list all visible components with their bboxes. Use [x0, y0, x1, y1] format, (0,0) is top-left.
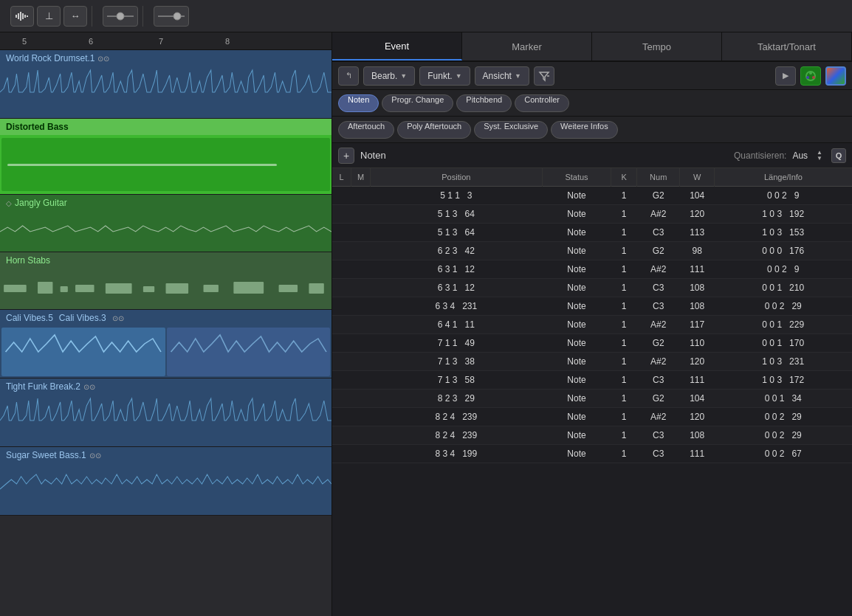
- cell-k: 1: [611, 316, 637, 334]
- cell-w: 117: [680, 316, 715, 334]
- cell-l: [332, 353, 351, 371]
- table-row[interactable]: 6 4 1 11 Note 1 A#2 117 0 0 1 229: [332, 316, 852, 334]
- table-row[interactable]: 8 2 3 29 Note 1 G2 104 0 0 1 34: [332, 390, 852, 408]
- col-l: L: [332, 168, 351, 187]
- waveform-btn[interactable]: [10, 6, 34, 27]
- track-drumset-name: World Rock Drumset.1: [6, 53, 95, 63]
- cell-status: Note: [542, 260, 611, 279]
- svg-rect-11: [38, 282, 52, 294]
- table-row[interactable]: 8 2 4 239 Note 1 C3 108 0 0 2 29: [332, 426, 852, 445]
- table-row[interactable]: 6 2 3 42 Note 1 G2 98 0 0 0 176: [332, 242, 852, 260]
- q-btn[interactable]: Q: [831, 148, 846, 163]
- quantize-stepper[interactable]: ▲ ▼: [817, 150, 822, 162]
- waveform-drumset: [0, 66, 331, 118]
- cell-m: [351, 242, 371, 260]
- cell-w: 113: [680, 224, 715, 242]
- right-panel: Event Marker Tempo Taktart/Tonart ↰ Bear…: [332, 32, 852, 616]
- table-row[interactable]: 6 3 4 231 Note 1 C3 108 0 0 2 29: [332, 297, 852, 316]
- cell-position: 5 1 3 64: [370, 205, 542, 224]
- cell-w: 104: [680, 390, 715, 408]
- cell-k: 1: [611, 187, 637, 205]
- ruler-mark-5: 5: [22, 37, 27, 46]
- track-drumset-content[interactable]: [0, 66, 331, 118]
- table-row[interactable]: 8 2 4 239 Note 1 A#2 120 0 0 2 29: [332, 408, 852, 426]
- filter-syst[interactable]: Syst. Exclusive: [474, 121, 548, 139]
- cell-k: 1: [611, 279, 637, 297]
- resize-btn[interactable]: ↔: [63, 6, 87, 27]
- table-row[interactable]: 5 1 1 3 Note 1 G2 104 0 0 2 9: [332, 187, 852, 205]
- track-cali-content[interactable]: [0, 326, 331, 378]
- cell-l: [332, 260, 351, 279]
- col-m: M: [351, 168, 371, 187]
- cell-k: 1: [611, 390, 637, 408]
- cell-l: [332, 334, 351, 353]
- bearb-btn[interactable]: Bearb. ▼: [363, 66, 415, 86]
- filter-noten[interactable]: Noten: [338, 94, 379, 112]
- notes-header: + Noten Quantisieren: Aus ▲ ▼ Q: [332, 143, 852, 168]
- cell-length: 0 0 2 29: [714, 408, 852, 426]
- table-row[interactable]: 5 1 3 64 Note 1 A#2 120 1 0 3 192: [332, 205, 852, 224]
- tab-event[interactable]: Event: [332, 32, 462, 60]
- tab-taktart[interactable]: Taktart/Tonart: [722, 32, 852, 60]
- cell-status: Note: [542, 445, 611, 463]
- track-horn-header[interactable]: Horn Stabs: [0, 252, 331, 269]
- back-btn[interactable]: ↰: [338, 66, 359, 86]
- filter-progr[interactable]: Progr. Change: [382, 94, 453, 112]
- filter-icon-btn[interactable]: [534, 66, 554, 86]
- filter-weitere[interactable]: Weitere Infos: [551, 121, 618, 139]
- table-row[interactable]: 5 1 3 64 Note 1 C3 113 1 0 3 153: [332, 224, 852, 242]
- color-btn[interactable]: [800, 66, 821, 86]
- table-row[interactable]: 6 3 1 12 Note 1 A#2 111 0 0 2 9: [332, 260, 852, 279]
- track-sugar-content[interactable]: [0, 463, 331, 515]
- cell-position: 8 2 4 239: [370, 426, 542, 445]
- filter-poly[interactable]: Poly Aftertouch: [397, 121, 471, 139]
- cell-position: 5 1 1 3: [370, 187, 542, 205]
- stepper-down[interactable]: ▼: [817, 156, 822, 162]
- track-horn-content[interactable]: [0, 269, 331, 309]
- track-bass-header[interactable]: Distorted Bass: [0, 119, 331, 135]
- table-row[interactable]: 7 1 3 38 Note 1 A#2 120 1 0 3 231: [332, 353, 852, 371]
- cell-length: 1 0 3 172: [714, 371, 852, 390]
- col-length: Länge/Info: [714, 168, 852, 187]
- funkt-btn[interactable]: Funkt. ▼: [419, 66, 470, 86]
- svg-point-9: [174, 13, 181, 20]
- pitch-slider[interactable]: [103, 6, 138, 27]
- table-row[interactable]: 8 3 4 199 Note 1 C3 111 0 0 2 67: [332, 445, 852, 463]
- track-funk-content[interactable]: [0, 395, 331, 446]
- track-cali-header[interactable]: Cali Vibes.5 Cali Vibes.3 ⊙⊙: [0, 310, 331, 326]
- track-sugar-header[interactable]: Sugar Sweet Bass.1 ⊙⊙: [0, 447, 331, 463]
- track-drumset-header[interactable]: World Rock Drumset.1 ⊙⊙: [0, 50, 331, 66]
- table-row[interactable]: 7 1 1 49 Note 1 G2 110 0 0 1 170: [332, 334, 852, 353]
- filter-aftertouch[interactable]: Aftertouch: [338, 121, 394, 139]
- tab-tempo[interactable]: Tempo: [592, 32, 722, 60]
- cell-num: A#2: [637, 260, 680, 279]
- ruler-mark-7: 7: [159, 37, 163, 46]
- cell-num: C3: [637, 371, 680, 390]
- palette-btn[interactable]: [825, 66, 846, 86]
- loop-icon-cali: ⊙⊙: [112, 314, 124, 322]
- track-bass-content[interactable]: [0, 135, 331, 194]
- filter-controller[interactable]: Controller: [515, 94, 569, 112]
- tracks-container: World Rock Drumset.1 ⊙⊙: [0, 50, 331, 616]
- cell-position: 6 3 1 12: [370, 279, 542, 297]
- ansicht-btn[interactable]: Ansicht ▼: [475, 66, 529, 86]
- table-row[interactable]: 7 1 3 58 Note 1 C3 111 1 0 3 172: [332, 371, 852, 390]
- table-header: L M Position Status K Num W Länge/Info: [332, 168, 852, 187]
- track-guitar-content[interactable]: [0, 211, 331, 252]
- tab-marker[interactable]: Marker: [462, 32, 592, 60]
- nav-icon-btn[interactable]: ▶: [775, 66, 796, 86]
- add-note-btn[interactable]: +: [338, 148, 354, 164]
- cell-num: C3: [637, 445, 680, 463]
- track-guitar-header[interactable]: ◇ Jangly Guitar: [0, 195, 331, 211]
- tempo-slider[interactable]: [154, 6, 189, 27]
- toolbar-group-2: [98, 6, 143, 27]
- table-row[interactable]: 6 3 1 12 Note 1 C3 108 0 0 1 210: [332, 279, 852, 297]
- track-funk-header[interactable]: Tight Funk Break.2 ⊙⊙: [0, 378, 331, 395]
- cell-m: [351, 205, 371, 224]
- cell-position: 5 1 3 64: [370, 224, 542, 242]
- filter-pitchbend[interactable]: Pitchbend: [456, 94, 512, 112]
- cell-k: 1: [611, 205, 637, 224]
- cell-length: 1 0 3 192: [714, 205, 852, 224]
- filter-row-2: Aftertouch Poly Aftertouch Syst. Exclusi…: [332, 117, 852, 143]
- cursor-btn[interactable]: ⊥: [37, 6, 61, 27]
